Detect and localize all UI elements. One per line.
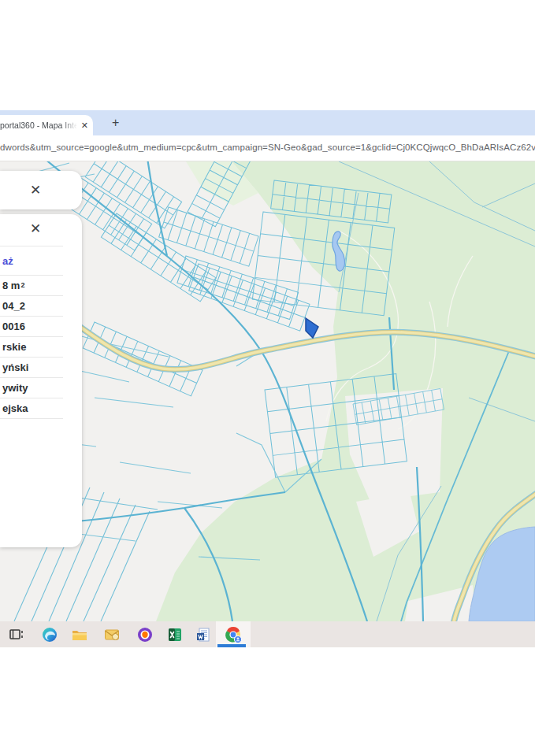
browser-toolbar: dwords&utm_source=google&utm_medium=cpc&…	[0, 135, 535, 161]
avast-secure-browser-icon[interactable]	[136, 626, 154, 643]
edge-icon[interactable]	[41, 626, 58, 643]
row-text: 0016	[2, 321, 25, 332]
chrome-icon[interactable]	[225, 626, 242, 643]
file-explorer-icon[interactable]	[71, 626, 88, 643]
row-sup: 2	[20, 281, 24, 289]
toolbar-close-icon[interactable]: ✕	[30, 183, 41, 197]
word-icon[interactable]	[195, 626, 212, 643]
windows-taskbar	[0, 621, 535, 647]
browser-tab[interactable]: portal360 - Mapa Interakty ✕	[0, 115, 93, 135]
parcel-info-row-id: 0016	[0, 317, 82, 336]
parcel-info-row-area: 8 m2	[0, 276, 82, 295]
tab-close-icon[interactable]: ✕	[81, 121, 88, 130]
excel-icon[interactable]	[166, 626, 184, 643]
row-text: 8 m	[2, 280, 20, 291]
task-view-icon[interactable]	[8, 626, 25, 643]
parcel-info-row-type: ejska	[0, 398, 82, 418]
tab-title: portal360 - Mapa Interakty	[0, 120, 80, 130]
bottom-whitespace	[0, 647, 535, 756]
outlook-mail-icon[interactable]	[103, 626, 121, 643]
parcel-info-link-row: aż	[0, 246, 82, 275]
info-close-icon[interactable]: ✕	[30, 222, 41, 235]
parcel-info-row-county: yński	[0, 358, 82, 377]
parcel-info-row-number: 04_2	[0, 296, 82, 316]
map-toolbar-panel: ✕	[0, 171, 82, 209]
parcel-info-row-voivodeship: rskie	[0, 337, 82, 357]
parcel-info-panel: ✕ aż 8 m2 04_2 0016	[0, 214, 82, 547]
new-tab-icon[interactable]: +	[112, 116, 119, 130]
row-text: rskie	[2, 341, 26, 353]
parcel-info-row-commune: ywity	[0, 378, 82, 398]
map-canvas[interactable]: ✕ ✕ aż 8 m2 04_2 0016	[0, 161, 535, 621]
row-text: 04_2	[2, 300, 25, 312]
row-text: ywity	[2, 382, 28, 394]
show-link[interactable]: aż	[2, 255, 13, 267]
parcel-info-list: aż 8 m2 04_2 0016 rskie	[0, 246, 82, 419]
row-text: yński	[2, 361, 28, 373]
divider	[0, 418, 63, 419]
screenshot-root: portal360 - Mapa Interakty ✕ + dwords&ut…	[0, 0, 535, 756]
row-text: ejska	[2, 402, 28, 414]
address-bar-url[interactable]: dwords&utm_source=google&utm_medium=cpc&…	[0, 143, 535, 152]
browser-tab-strip: portal360 - Mapa Interakty ✕ +	[0, 110, 535, 135]
